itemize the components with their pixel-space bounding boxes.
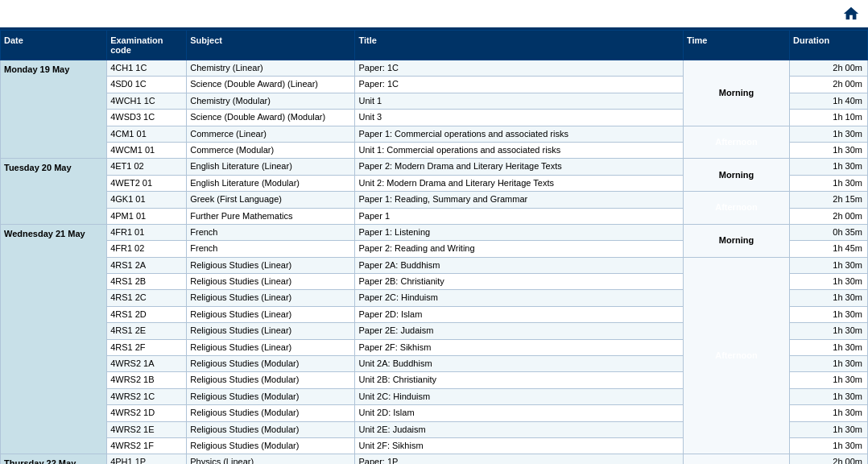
subject-cell: Religious Studies (Linear): [187, 274, 355, 290]
subject-cell: English Literature (Modular): [187, 175, 355, 191]
title-cell: Paper 1: Listening: [355, 224, 683, 240]
exam-code-cell: 4RS1 2D: [107, 306, 187, 322]
title-cell: Paper 1: Commercial operations and assoc…: [355, 126, 683, 142]
duration-cell: 2h 00m: [790, 208, 868, 224]
duration-cell: 1h 30m: [790, 142, 868, 158]
exam-code-cell: 4RS1 2E: [107, 323, 187, 339]
duration-cell: 1h 30m: [790, 257, 868, 273]
subject-cell: Science (Double Award) (Modular): [187, 110, 355, 126]
title-cell: Paper 1: [355, 208, 683, 224]
title-cell: Paper 2A: Buddhism: [355, 257, 683, 273]
subject-cell: Religious Studies (Modular): [187, 437, 355, 454]
time-cell: Afternoon: [683, 257, 789, 454]
duration-cell: 1h 30m: [790, 437, 868, 454]
exam-code-cell: 4ET1 02: [107, 159, 187, 175]
subject-cell: Religious Studies (Linear): [187, 339, 355, 355]
duration-cell: 0h 35m: [790, 224, 868, 240]
col-header-title: Title: [355, 31, 683, 60]
title-cell: Unit 2D: Islam: [355, 405, 683, 421]
table-row: Wednesday 21 May4FR1 01FrenchPaper 1: Li…: [1, 224, 868, 240]
duration-cell: 1h 30m: [790, 175, 868, 191]
exam-code-cell: 4WCM1 01: [107, 142, 187, 158]
exam-code-cell: 4WRS2 1C: [107, 388, 187, 404]
title-cell: Unit 2C: Hinduism: [355, 388, 683, 404]
subject-cell: Further Pure Mathematics: [187, 208, 355, 224]
col-header-subject: Subject: [187, 31, 355, 60]
subject-cell: English Literature (Linear): [187, 159, 355, 175]
duration-cell: 1h 30m: [790, 323, 868, 339]
exam-code-cell: 4RS1 2F: [107, 339, 187, 355]
subject-cell: Religious Studies (Linear): [187, 323, 355, 339]
subject-cell: Chemistry (Modular): [187, 93, 355, 109]
date-cell: Wednesday 21 May: [1, 224, 107, 454]
duration-cell: 2h 00m: [790, 454, 868, 464]
exam-code-cell: 4WRS2 1A: [107, 356, 187, 372]
duration-cell: 1h 30m: [790, 306, 868, 322]
exam-code-cell: 4GK1 01: [107, 192, 187, 208]
title-cell: Paper: 1C: [355, 60, 683, 77]
title-cell: Paper: 1C: [355, 77, 683, 93]
exam-code-cell: 4RS1 2B: [107, 274, 187, 290]
subject-cell: French: [187, 241, 355, 257]
exam-code-cell: 4WRS2 1B: [107, 372, 187, 388]
exam-code-cell: 4WRS2 1D: [107, 405, 187, 421]
exam-code-cell: 4WRS2 1F: [107, 437, 187, 454]
exam-code-cell: 4RS1 2A: [107, 257, 187, 273]
title-cell: Unit 2E: Judaism: [355, 421, 683, 437]
subject-cell: Greek (First Language): [187, 192, 355, 208]
duration-cell: 1h 40m: [790, 93, 868, 109]
title-cell: Unit 1: [355, 93, 683, 109]
time-cell: Afternoon: [683, 126, 789, 159]
time-cell: Morning: [683, 454, 789, 464]
subject-cell: Physics (Linear): [187, 454, 355, 464]
subject-cell: Commerce (Modular): [187, 142, 355, 158]
duration-cell: 2h 00m: [790, 77, 868, 93]
title-cell: Paper 1: Reading, Summary and Grammar: [355, 192, 683, 208]
col-header-duration: Duration: [790, 31, 868, 60]
header-right: [836, 5, 860, 23]
exam-code-cell: 4WRS2 1E: [107, 421, 187, 437]
table-row: Tuesday 20 May4ET1 02English Literature …: [1, 159, 868, 175]
exam-code-cell: 4CH1 1C: [107, 60, 187, 77]
duration-cell: 1h 30m: [790, 372, 868, 388]
duration-cell: 2h 15m: [790, 192, 868, 208]
table-row: Monday 19 May4CH1 1CChemistry (Linear)Pa…: [1, 60, 868, 77]
duration-cell: 1h 30m: [790, 159, 868, 175]
subject-cell: Religious Studies (Linear): [187, 306, 355, 322]
subject-cell: Commerce (Linear): [187, 126, 355, 142]
title-cell: Unit 2A: Buddhism: [355, 356, 683, 372]
duration-cell: 1h 30m: [790, 339, 868, 355]
duration-cell: 1h 30m: [790, 356, 868, 372]
exam-code-cell: 4WET2 01: [107, 175, 187, 191]
home-icon[interactable]: [842, 5, 860, 23]
title-cell: Paper 2D: Islam: [355, 306, 683, 322]
subject-cell: Religious Studies (Modular): [187, 421, 355, 437]
subject-cell: Science (Double Award) (Linear): [187, 77, 355, 93]
title-cell: Unit 2B: Christianity: [355, 372, 683, 388]
duration-cell: 1h 45m: [790, 241, 868, 257]
subject-cell: Religious Studies (Linear): [187, 290, 355, 306]
exam-code-cell: 4CM1 01: [107, 126, 187, 142]
duration-cell: 2h 00m: [790, 60, 868, 77]
duration-cell: 1h 30m: [790, 388, 868, 404]
table-row: 4RS1 2AReligious Studies (Linear)Paper 2…: [1, 257, 868, 273]
subject-cell: French: [187, 224, 355, 240]
title-cell: Paper 2C: Hinduism: [355, 290, 683, 306]
col-header-time: Time: [683, 31, 789, 60]
col-header-date: Date: [1, 31, 107, 60]
time-cell: Morning: [683, 60, 789, 126]
title-cell: Paper 2E: Judaism: [355, 323, 683, 339]
title-cell: Paper 2F: Sikhism: [355, 339, 683, 355]
date-cell: Tuesday 20 May: [1, 159, 107, 225]
duration-cell: 1h 30m: [790, 126, 868, 142]
subject-cell: Chemistry (Linear): [187, 60, 355, 77]
table-row: 4CM1 01Commerce (Linear)Paper 1: Commerc…: [1, 126, 868, 142]
title-cell: Unit 2F: Sikhism: [355, 437, 683, 454]
title-cell: Paper: 1P: [355, 454, 683, 464]
date-cell: Thursday 22 May: [1, 454, 107, 464]
title-cell: Paper 2: Modern Drama and Literary Herit…: [355, 159, 683, 175]
title-cell: Unit 2: Modern Drama and Literary Herita…: [355, 175, 683, 191]
duration-cell: 1h 30m: [790, 421, 868, 437]
time-cell: Afternoon: [683, 192, 789, 225]
col-header-exam-code: Examinationcode: [107, 31, 187, 60]
